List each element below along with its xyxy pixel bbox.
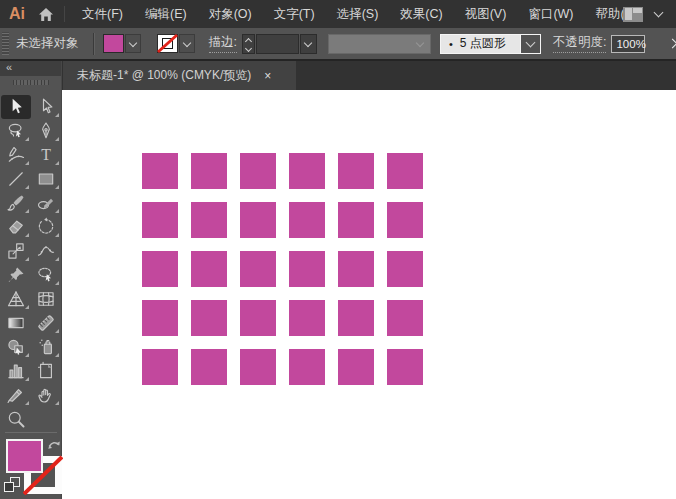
artwork-square-r3-c1[interactable] [142,251,178,287]
swap-fill-stroke-icon[interactable] [47,437,61,455]
rotate-tool[interactable] [31,215,61,239]
artwork-square-r4-c6[interactable] [387,300,423,336]
tab-close-icon[interactable]: × [264,70,271,82]
chevron-down-icon [416,38,424,46]
rectangle-icon [36,169,56,189]
controlbar-overflow-chevron[interactable] [667,35,676,52]
free-transform-tool[interactable] [31,263,61,287]
opacity-label[interactable]: 不透明度: [553,34,606,53]
artwork-square-r1-c3[interactable] [240,153,276,189]
perspective-grid-tool[interactable] [1,287,31,311]
artwork-square-r2-c1[interactable] [142,202,178,238]
puppet-warp-tool[interactable] [1,263,31,287]
rectangle-tool[interactable] [31,167,61,191]
eraser-tool[interactable] [1,215,31,239]
artwork-square-r4-c4[interactable] [289,300,325,336]
shape-builder-icon [6,337,26,357]
selection-tool[interactable] [1,95,31,119]
column-graph-tool[interactable] [1,359,31,383]
fill-color-swatch[interactable] [103,34,124,53]
symbol-sprayer-tool[interactable] [31,335,61,359]
shape-builder-tool[interactable] [1,335,31,359]
stroke-weight-label[interactable]: 描边: [209,34,237,53]
slice-tool[interactable] [1,383,31,407]
eyedropper-tool[interactable] [31,311,61,335]
toolbar-collapse-button[interactable]: « [0,61,61,76]
stroke-color-dropdown[interactable] [179,34,195,53]
artwork-square-r2-c6[interactable] [387,202,423,238]
artwork-square-r4-c3[interactable] [240,300,276,336]
artwork-square-r1-c4[interactable] [289,153,325,189]
paintbrush-tool[interactable] [1,191,31,215]
stroke-weight-dropdown[interactable] [300,34,317,54]
scale-tool[interactable] [1,239,31,263]
panel-grip[interactable] [2,32,9,55]
menu-item-6[interactable]: 效果(C) [389,0,453,28]
line-segment-tool[interactable] [1,167,31,191]
default-fill-stroke-icon[interactable] [4,477,21,494]
menu-item-1[interactable]: 文件(F) [71,0,134,28]
artwork-square-r4-c5[interactable] [338,300,374,336]
chevron-down-icon[interactable] [654,8,664,18]
width-tool[interactable] [31,239,61,263]
pen-tool[interactable] [31,119,61,143]
menu-item-8[interactable]: 窗口(W) [517,0,584,28]
artwork-square-r3-c6[interactable] [387,251,423,287]
zoom-tool[interactable] [1,407,31,431]
stroke-color-swatch[interactable] [157,34,178,53]
artwork-square-r1-c6[interactable] [387,153,423,189]
puppet-warp-icon [6,265,26,285]
artwork-square-r5-c3[interactable] [240,349,276,385]
artwork-square-r1-c2[interactable] [191,153,227,189]
artwork-square-r4-c2[interactable] [191,300,227,336]
menu-item-4[interactable]: 文字(T) [263,0,326,28]
chevron-down-icon [526,38,536,48]
workspace-switcher-icon[interactable] [623,7,643,22]
toolbar-grip[interactable] [13,80,49,85]
artwork-square-r3-c3[interactable] [240,251,276,287]
type-tool[interactable]: T [31,143,61,167]
rotate-icon [36,217,56,237]
brush-definition-dropdown[interactable] [521,34,541,54]
artwork-square-r5-c5[interactable] [338,349,374,385]
fill-color-dropdown[interactable] [125,34,141,53]
menu-item-2[interactable]: 编辑(E) [134,0,198,28]
home-icon[interactable] [38,7,54,22]
menu-item-5[interactable]: 选择(S) [326,0,390,28]
symbol-sprayer-icon [36,337,56,357]
menu-item-3[interactable]: 对象(O) [198,0,263,28]
artwork-square-r1-c1[interactable] [142,153,178,189]
artwork-square-r2-c5[interactable] [338,202,374,238]
artwork-square-r3-c5[interactable] [338,251,374,287]
stroke-weight-input[interactable] [256,34,299,54]
stroke-weight-stepper[interactable] [242,34,255,54]
hand-tool[interactable] [31,383,61,407]
artwork-square-r1-c5[interactable] [338,153,374,189]
artwork-square-r5-c2[interactable] [191,349,227,385]
opacity-input[interactable]: 100% [611,35,645,53]
artwork-square-r2-c2[interactable] [191,202,227,238]
curvature-tool[interactable] [1,143,31,167]
shaper-tool[interactable] [31,191,61,215]
artwork-square-r5-c4[interactable] [289,349,325,385]
gradient-tool[interactable] [1,311,31,335]
artboard-canvas[interactable] [62,90,676,499]
scale-icon [6,241,26,261]
artwork-square-r5-c1[interactable] [142,349,178,385]
selection-icon [6,97,26,117]
menu-item-7[interactable]: 视图(V) [454,0,518,28]
artwork-square-r4-c1[interactable] [142,300,178,336]
direct-selection-tool[interactable] [31,95,61,119]
document-tab[interactable]: 未标题-1* @ 100% (CMYK/预览) × [63,61,296,90]
lasso-tool[interactable] [1,119,31,143]
artboard-tool[interactable] [31,359,61,383]
artwork-square-r3-c4[interactable] [289,251,325,287]
fill-indicator[interactable] [6,439,43,473]
artwork-square-r2-c3[interactable] [240,202,276,238]
brush-definition-field[interactable]: • 5 点圆形 [440,34,521,54]
artwork-square-r2-c4[interactable] [289,202,325,238]
chevron-down-icon [128,38,136,46]
artwork-square-r5-c6[interactable] [387,349,423,385]
artwork-square-r3-c2[interactable] [191,251,227,287]
mesh-tool[interactable] [31,287,61,311]
